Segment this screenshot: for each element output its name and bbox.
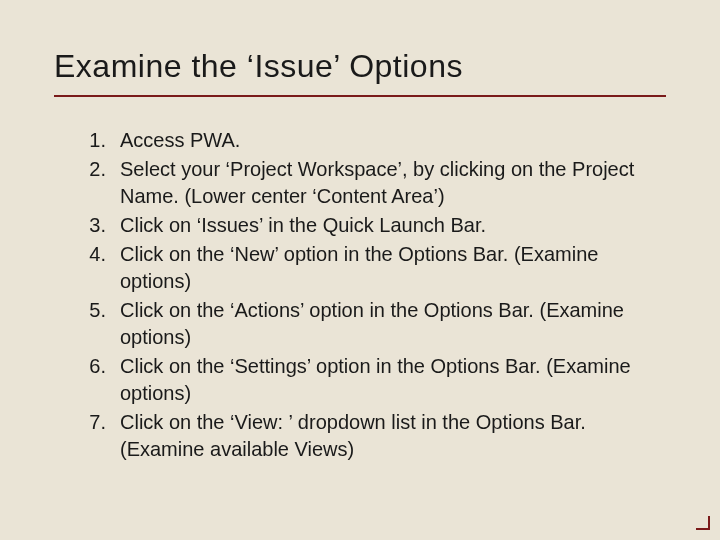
instructions-list: 1. Access PWA. 2. Select your ‘Project W… (54, 127, 666, 463)
list-item: 1. Access PWA. (82, 127, 666, 154)
list-item: 3. Click on ‘Issues’ in the Quick Launch… (82, 212, 666, 239)
list-text: Click on the ‘View: ’ dropdown list in t… (120, 409, 666, 463)
list-text: Select your ‘Project Workspace’, by clic… (120, 156, 666, 210)
list-number: 5. (82, 297, 120, 351)
list-number: 4. (82, 241, 120, 295)
list-item: 5. Click on the ‘Actions’ option in the … (82, 297, 666, 351)
list-item: 7. Click on the ‘View: ’ dropdown list i… (82, 409, 666, 463)
list-number: 6. (82, 353, 120, 407)
list-item: 6. Click on the ‘Settings’ option in the… (82, 353, 666, 407)
corner-accent-icon (696, 516, 710, 530)
list-number: 7. (82, 409, 120, 463)
list-number: 1. (82, 127, 120, 154)
list-number: 3. (82, 212, 120, 239)
list-text: Click on the ‘New’ option in the Options… (120, 241, 666, 295)
list-text: Click on the ‘Settings’ option in the Op… (120, 353, 666, 407)
list-text: Click on the ‘Actions’ option in the Opt… (120, 297, 666, 351)
list-text: Click on ‘Issues’ in the Quick Launch Ba… (120, 212, 666, 239)
list-text: Access PWA. (120, 127, 666, 154)
list-item: 2. Select your ‘Project Workspace’, by c… (82, 156, 666, 210)
list-number: 2. (82, 156, 120, 210)
list-item: 4. Click on the ‘New’ option in the Opti… (82, 241, 666, 295)
slide-title: Examine the ‘Issue’ Options (54, 48, 666, 97)
